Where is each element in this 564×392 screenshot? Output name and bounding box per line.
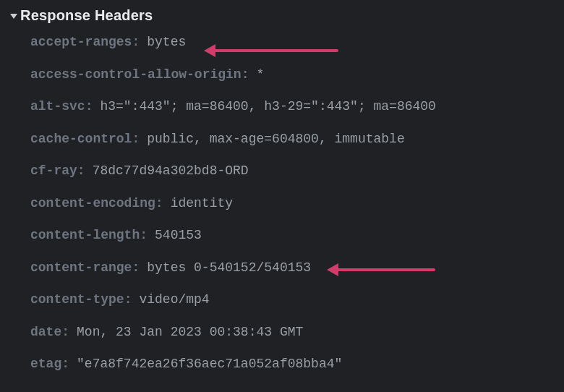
header-accept-ranges: accept-ranges bytes bbox=[30, 34, 564, 51]
header-name: etag bbox=[30, 356, 69, 372]
header-value: "e7a8f742ea26f36aec71a052af08bba4" bbox=[77, 356, 342, 372]
headers-list: accept-ranges bytes access-control-allow… bbox=[0, 31, 564, 372]
header-content-length: content-length 540153 bbox=[30, 227, 564, 244]
header-name: content-encoding bbox=[30, 195, 163, 212]
section-header[interactable]: Response Headers bbox=[0, 6, 564, 31]
header-cf-ray: cf-ray 78dc77d94a302bd8-ORD bbox=[30, 163, 564, 179]
header-etag: etag "e7a8f742ea26f36aec71a052af08bba4" bbox=[30, 356, 564, 372]
header-value: video/mp4 bbox=[139, 291, 209, 308]
header-value: h3=":443"; ma=86400, h3-29=":443"; ma=86… bbox=[100, 98, 435, 115]
header-content-range: content-range bytes 0-540152/540153 bbox=[30, 260, 564, 276]
header-value: identity bbox=[171, 195, 233, 212]
header-value: bytes 0-540152/540153 bbox=[147, 260, 311, 276]
header-name: content-length bbox=[30, 227, 148, 244]
header-value: public, max-age=604800, immutable bbox=[147, 131, 404, 148]
header-value: Mon, 23 Jan 2023 00:38:43 GMT bbox=[77, 324, 303, 341]
header-value: * bbox=[256, 67, 264, 83]
header-access-control-allow-origin: access-control-allow-origin * bbox=[30, 67, 564, 83]
header-value: 78dc77d94a302bd8-ORD bbox=[93, 163, 249, 179]
header-name: content-type bbox=[30, 291, 132, 308]
header-alt-svc: alt-svc h3=":443"; ma=86400, h3-29=":443… bbox=[30, 98, 564, 115]
header-name: access-control-allow-origin bbox=[30, 67, 249, 83]
section-title: Response Headers bbox=[20, 7, 153, 24]
header-cache-control: cache-control public, max-age=604800, im… bbox=[30, 131, 564, 148]
header-name: date bbox=[30, 324, 69, 341]
header-value: bytes bbox=[147, 34, 186, 51]
disclosure-triangle-icon[interactable] bbox=[10, 14, 17, 19]
response-headers-panel: Response Headers accept-ranges bytes acc… bbox=[0, 0, 564, 372]
header-date: date Mon, 23 Jan 2023 00:38:43 GMT bbox=[30, 324, 564, 341]
header-content-type: content-type video/mp4 bbox=[30, 291, 564, 308]
header-name: cache-control bbox=[30, 131, 140, 148]
header-name: accept-ranges bbox=[30, 34, 140, 51]
header-content-encoding: content-encoding identity bbox=[30, 195, 564, 212]
header-name: alt-svc bbox=[30, 98, 93, 115]
header-name: cf-ray bbox=[30, 163, 85, 179]
header-name: content-range bbox=[30, 260, 140, 276]
header-value: 540153 bbox=[155, 227, 202, 244]
